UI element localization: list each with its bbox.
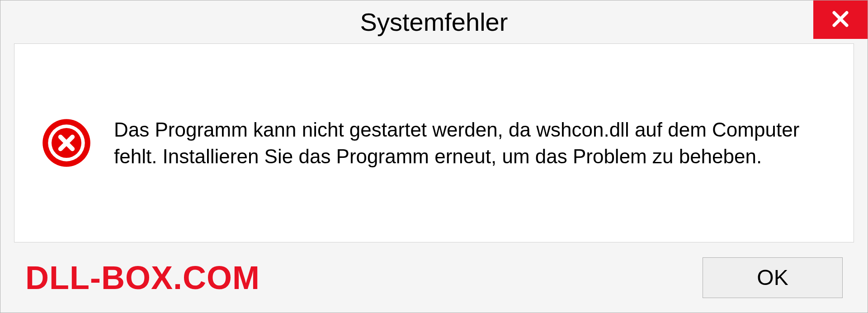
dialog-title: Systemfehler bbox=[360, 7, 508, 37]
titlebar: Systemfehler bbox=[0, 0, 868, 43]
close-button[interactable] bbox=[813, 0, 868, 39]
error-message: Das Programm kann nicht gestartet werden… bbox=[114, 116, 826, 170]
content-panel: Das Programm kann nicht gestartet werden… bbox=[14, 43, 854, 242]
ok-button[interactable]: OK bbox=[703, 257, 843, 298]
close-icon bbox=[830, 8, 851, 32]
error-dialog: Systemfehler Das Programm kann nicht ges… bbox=[0, 0, 868, 313]
error-icon bbox=[42, 118, 91, 168]
dialog-footer: DLL-BOX.COM OK bbox=[0, 242, 868, 313]
watermark-text: DLL-BOX.COM bbox=[25, 259, 260, 296]
